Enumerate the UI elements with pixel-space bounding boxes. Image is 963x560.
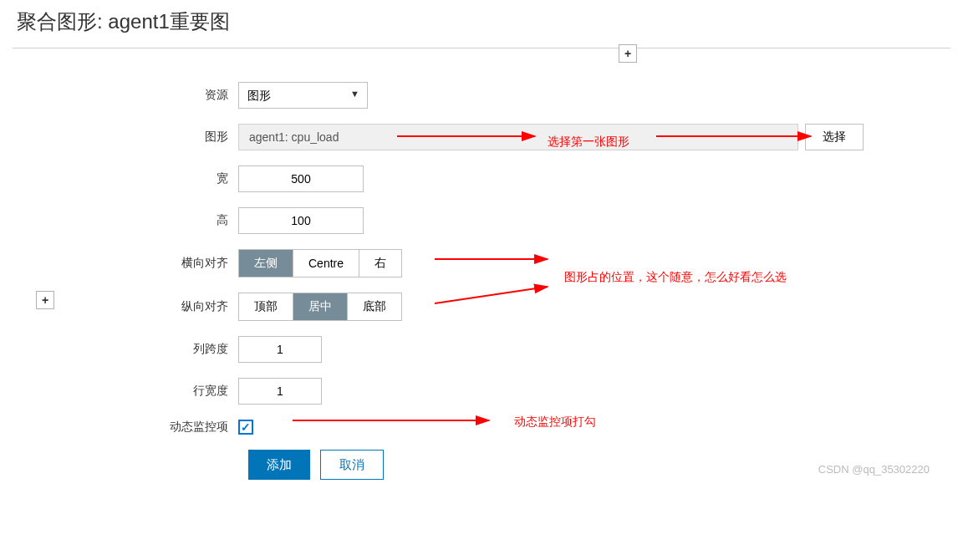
resource-select[interactable]: 图形 <box>238 82 368 109</box>
label-width: 宽 <box>38 171 238 186</box>
add-left-button[interactable]: + <box>36 291 54 309</box>
label-resource: 资源 <box>38 88 238 103</box>
label-colspan: 列跨度 <box>38 342 238 357</box>
halign-group: 左侧 Centre 右 <box>238 249 402 277</box>
row-height: 高 <box>38 207 950 234</box>
valign-bottom[interactable]: 底部 <box>348 293 401 320</box>
label-graph: 图形 <box>38 130 238 145</box>
select-graph-button[interactable]: 选择 <box>805 124 864 150</box>
row-dynamic: 动态监控项 <box>38 420 950 435</box>
row-rowspan: 行宽度 <box>38 378 950 405</box>
width-input[interactable] <box>238 165 364 192</box>
watermark: CSDN @qq_35302220 <box>818 463 930 476</box>
halign-centre[interactable]: Centre <box>293 250 359 277</box>
row-graph: 图形 agent1: cpu_load 选择 <box>38 124 950 150</box>
halign-left[interactable]: 左侧 <box>239 250 293 277</box>
page-title: 聚合图形: agent1重要图 <box>0 0 963 48</box>
colspan-input[interactable] <box>238 336 322 363</box>
row-colspan: 列跨度 <box>38 336 950 363</box>
valign-middle[interactable]: 居中 <box>293 293 348 320</box>
add-button[interactable]: 添加 <box>248 450 310 480</box>
valign-top[interactable]: 顶部 <box>239 293 293 320</box>
label-halign: 横向对齐 <box>38 256 238 271</box>
row-halign: 横向对齐 左侧 Centre 右 <box>38 249 950 277</box>
form-area: 资源 图形 图形 agent1: cpu_load 选择 宽 高 横向对齐 左侧 <box>38 82 950 480</box>
row-valign: 纵向对齐 顶部 居中 底部 <box>38 293 950 321</box>
label-valign: 纵向对齐 <box>38 299 238 314</box>
cancel-button[interactable]: 取消 <box>320 450 384 480</box>
graph-display: agent1: cpu_load <box>238 124 798 150</box>
form-frame: + + + − 资源 图形 图形 agent1: cpu_load 选择 宽 高… <box>13 48 950 480</box>
dynamic-checkbox[interactable] <box>238 420 253 435</box>
rowspan-input[interactable] <box>238 378 322 405</box>
height-input[interactable] <box>238 207 364 234</box>
row-width: 宽 <box>38 165 950 192</box>
add-top-button[interactable]: + <box>619 44 637 63</box>
label-dynamic: 动态监控项 <box>38 420 238 435</box>
row-resource: 资源 图形 <box>38 82 950 109</box>
label-rowspan: 行宽度 <box>38 384 238 399</box>
halign-right[interactable]: 右 <box>359 250 401 277</box>
label-height: 高 <box>38 213 238 228</box>
valign-group: 顶部 居中 底部 <box>238 293 402 321</box>
